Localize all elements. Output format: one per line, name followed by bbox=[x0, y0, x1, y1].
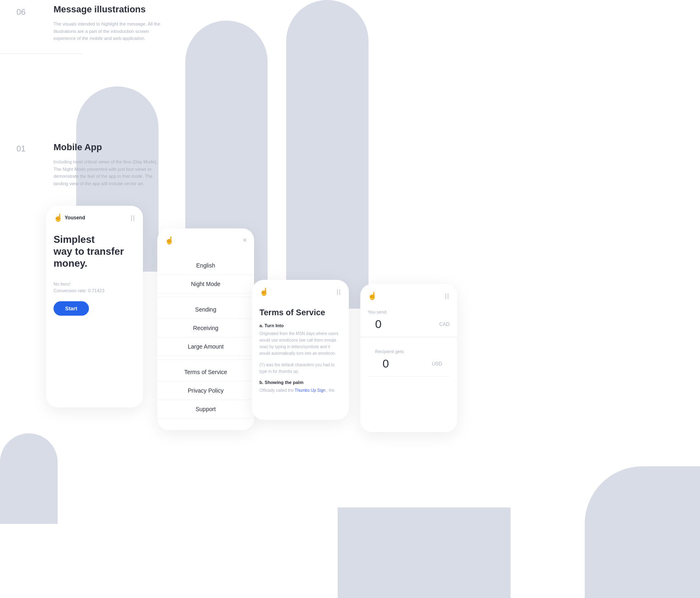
recipient-label: Recipient gets bbox=[375, 349, 404, 354]
send-section: You send 0 CAD bbox=[360, 304, 457, 337]
section-01-description: Including most critical views of the flo… bbox=[54, 158, 165, 187]
menu-item-sending[interactable]: Sending bbox=[157, 297, 254, 319]
section-01-number: 01 bbox=[16, 144, 26, 154]
recv-amount-row: 0 USD bbox=[368, 357, 450, 377]
menu-item-terms[interactable]: Terms of Service bbox=[157, 359, 254, 382]
you-send-row: You send bbox=[360, 304, 457, 318]
phone-right-header: ☝ || bbox=[360, 284, 457, 304]
start-button[interactable]: Start bbox=[54, 301, 89, 316]
terms-content: Terms of Service a. Turn Into Originated… bbox=[252, 300, 349, 407]
terms-section-b-label: b. Showing the palm bbox=[259, 380, 341, 385]
phone-main-card: ☝ Yousend || Simplest way to transfer mo… bbox=[46, 206, 143, 407]
you-send-label: You send bbox=[368, 309, 386, 314]
phone-terms-header: ☝ || bbox=[252, 280, 349, 300]
recv-amount: 0 bbox=[375, 357, 397, 370]
arch-decoration-6 bbox=[338, 507, 511, 598]
phone-right-card: ☝ || You send 0 CAD Recipient gets 0 USD bbox=[360, 284, 457, 432]
terms-section-a-body2: (Y) was the default characters you had t… bbox=[259, 362, 341, 375]
phone-menu-header: ☝ × bbox=[157, 228, 254, 248]
logo-text: Yousend bbox=[65, 215, 85, 221]
menu-item-night-mode[interactable]: Night Mode bbox=[157, 275, 254, 293]
recipient-label-row: Recipient gets bbox=[368, 343, 450, 357]
terms-section-a-body: Originated from the MSN days where users… bbox=[259, 330, 341, 357]
terms-section-a-label: a. Turn Into bbox=[259, 323, 341, 328]
logo-mark-4: ☝ bbox=[368, 291, 377, 300]
menu-item-large-amount[interactable]: Large Amount bbox=[157, 337, 254, 356]
terms-title: Terms of Service bbox=[259, 308, 341, 317]
arch-decoration-5 bbox=[0, 433, 58, 524]
close-button[interactable]: × bbox=[243, 237, 247, 244]
section-06-description: The visuals intended to highlight the me… bbox=[54, 21, 165, 42]
logo-icon: ☝ bbox=[54, 213, 63, 222]
recipient-section: Recipient gets 0 USD bbox=[360, 337, 457, 377]
arch-decoration-3 bbox=[286, 0, 369, 309]
logo-icon-4: ☝ bbox=[368, 291, 377, 300]
phone-terms-card: ☝ || Terms of Service a. Turn Into Origi… bbox=[252, 280, 349, 420]
no-fees-label: No fees! bbox=[54, 282, 135, 286]
menu-dots-3: || bbox=[337, 289, 341, 295]
menu-item-privacy[interactable]: Privacy Policy bbox=[157, 382, 254, 400]
menu-list: English Night Mode Sending Receiving Lar… bbox=[157, 248, 254, 427]
menu-item-support[interactable]: Support bbox=[157, 400, 254, 419]
thumbs-up-sign-link[interactable]: Thumbs Up Sign bbox=[295, 388, 325, 393]
decorative-line bbox=[0, 54, 82, 54]
logo-icon-2: ☝ bbox=[165, 236, 174, 245]
phone-main-header: ☝ Yousend || bbox=[46, 206, 143, 226]
section-01-title: Mobile App bbox=[54, 142, 102, 153]
section-06-title: Message illustrations bbox=[54, 4, 146, 15]
logo-mark-2: ☝ bbox=[165, 236, 174, 245]
recv-currency: USD bbox=[432, 361, 442, 367]
phone-main-content: Simplest way to transfer money. No fees!… bbox=[46, 226, 143, 324]
section-06-number: 06 bbox=[16, 7, 26, 17]
terms-section-b-body: Officially called the Thumbs Up Sign , t… bbox=[259, 387, 341, 394]
hero-text: Simplest way to transfer money. bbox=[54, 234, 135, 269]
arch-decoration-4 bbox=[585, 466, 700, 598]
logo-icon-3: ☝ bbox=[259, 287, 268, 296]
logo-mark: ☝ Yousend bbox=[54, 213, 85, 222]
menu-dots-4: || bbox=[445, 293, 450, 299]
menu-item-english[interactable]: English bbox=[157, 256, 254, 275]
phone-menu-card: ☝ × English Night Mode Sending Receiving… bbox=[157, 228, 254, 430]
logo-mark-3: ☝ bbox=[259, 287, 268, 296]
send-amount-row: 0 CAD bbox=[360, 318, 457, 337]
menu-dots[interactable]: || bbox=[131, 214, 135, 221]
send-amount: 0 bbox=[368, 318, 389, 331]
conversion-rate: Conversion rate: 0.71423 bbox=[54, 288, 135, 293]
send-currency: CAD bbox=[439, 321, 450, 327]
menu-item-receiving[interactable]: Receiving bbox=[157, 319, 254, 337]
